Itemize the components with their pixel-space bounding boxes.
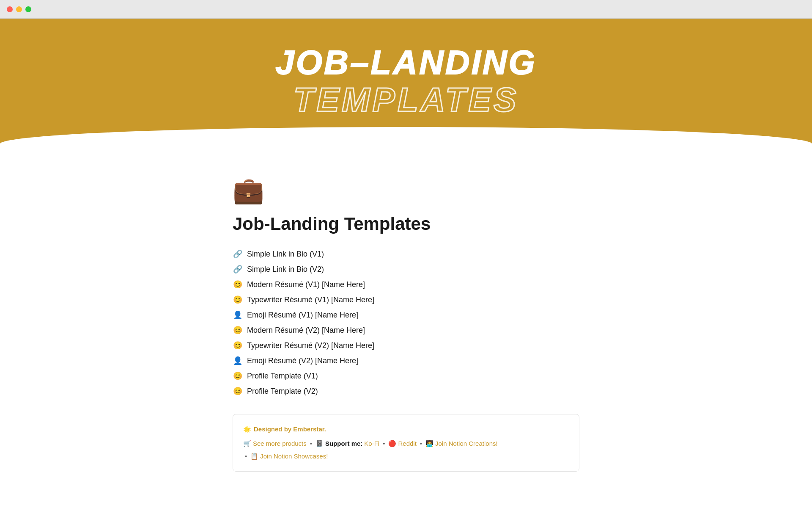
list-item[interactable]: 😊Typewriter Résumé (V2) [Name Here] (233, 338, 579, 353)
designer-line: 🌟 Designed by Emberstar. (243, 423, 569, 436)
list-item[interactable]: 😊Modern Résumé (V1) [Name Here] (233, 277, 579, 292)
join-showcase-link[interactable]: Join Notion Showcases! (260, 450, 328, 463)
list-item[interactable]: 😊Profile Template (V1) (233, 368, 579, 384)
list-item-icon: 😊 (233, 387, 243, 396)
list-item[interactable]: 😊Profile Template (V2) (233, 384, 579, 399)
list-item[interactable]: 🔗Simple Link in Bio (V2) (233, 262, 579, 277)
cart-icon: 🛒 (243, 437, 251, 450)
list-item-text: Typewriter Résumé (V1) [Name Here] (247, 295, 374, 304)
list-item-text: Typewriter Résumé (V2) [Name Here] (247, 341, 374, 350)
separator-3: • (420, 437, 422, 450)
list-item-icon: 😊 (233, 371, 243, 381)
footer-card: 🌟 Designed by Emberstar. 🛒 See more prod… (233, 414, 579, 472)
list-item-text: Emoji Résumé (V1) [Name Here] (247, 311, 358, 320)
designer-label: Designed by Emberstar. (254, 423, 326, 436)
list-item[interactable]: 🔗Simple Link in Bio (V1) (233, 246, 579, 262)
maximize-button[interactable] (25, 6, 31, 12)
list-item-icon: 😊 (233, 341, 243, 350)
list-item-icon: 😊 (233, 295, 243, 304)
list-item-icon: 👤 (233, 356, 243, 365)
reddit-icon: 🔴 (388, 437, 396, 450)
designer-star-icon: 🌟 (243, 423, 251, 436)
hero-banner: JOB–LANDING TEMPLATES (0, 19, 812, 152)
list-item-icon: 🔗 (233, 265, 243, 274)
list-item[interactable]: 😊Modern Résumé (V2) [Name Here] (233, 323, 579, 338)
list-item-text: Profile Template (V1) (247, 372, 318, 381)
window-chrome (0, 0, 812, 19)
hero-title-sub: TEMPLATES (0, 81, 812, 119)
list-item-text: Emoji Résumé (V2) [Name Here] (247, 356, 358, 365)
template-list: 🔗Simple Link in Bio (V1)🔗Simple Link in … (233, 246, 579, 399)
main-content: 💼 Job-Landing Templates 🔗Simple Link in … (216, 152, 596, 497)
kofi-link[interactable]: Ko-Fi (364, 437, 379, 450)
list-item-text: Simple Link in Bio (V1) (247, 250, 324, 259)
page-icon: 💼 (233, 178, 579, 203)
list-item[interactable]: 😊Typewriter Résumé (V1) [Name Here] (233, 292, 579, 307)
page-title: Job-Landing Templates (233, 213, 579, 235)
reddit-link[interactable]: Reddit (398, 437, 416, 450)
list-item[interactable]: 👤Emoji Résumé (V2) [Name Here] (233, 353, 579, 368)
list-item-text: Simple Link in Bio (V2) (247, 265, 324, 274)
list-item-icon: 👤 (233, 310, 243, 320)
close-button[interactable] (7, 6, 13, 12)
join-notion-link[interactable]: Join Notion Creations! (435, 437, 498, 450)
see-more-link[interactable]: See more products (253, 437, 307, 450)
minimize-button[interactable] (16, 6, 22, 12)
list-item-icon: 🔗 (233, 249, 243, 259)
support-label: Support me: (325, 437, 362, 450)
separator-2: • (383, 437, 385, 450)
list-item-text: Profile Template (V2) (247, 387, 318, 396)
list-item[interactable]: 👤Emoji Résumé (V1) [Name Here] (233, 307, 579, 323)
separator-1: • (310, 437, 312, 450)
showcase-icon: 📋 (250, 450, 258, 463)
list-item-text: Modern Résumé (V2) [Name Here] (247, 326, 365, 335)
notebook-icon: 📓 (315, 437, 324, 450)
hero-title-main: JOB–LANDING (0, 44, 812, 81)
footer-last-line: • 📋 Join Notion Showcases! (243, 450, 569, 463)
list-item-text: Modern Résumé (V1) [Name Here] (247, 280, 365, 289)
list-item-icon: 😊 (233, 280, 243, 289)
list-item-icon: 😊 (233, 326, 243, 335)
separator-4: • (245, 450, 247, 463)
footer-links-line: 🛒 See more products • 📓 Support me: Ko-F… (243, 437, 569, 450)
notion-icon: 🧑‍💻 (425, 437, 433, 450)
